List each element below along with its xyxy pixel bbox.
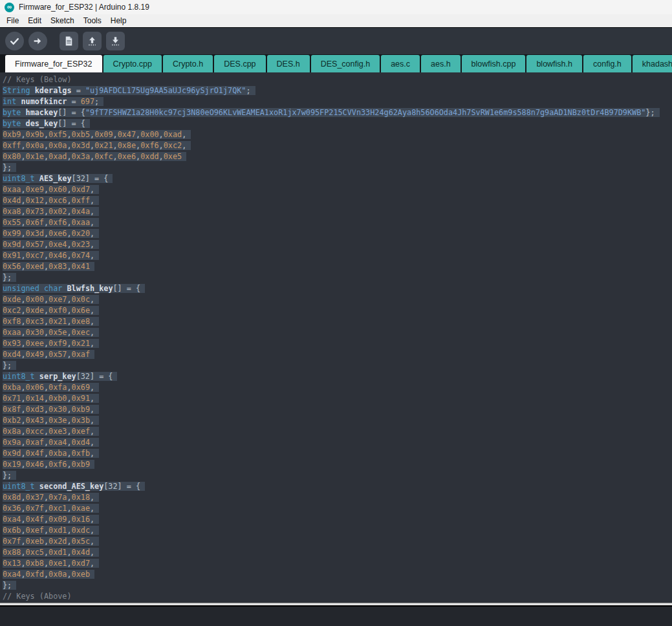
tab-khadashpaypictures-h[interactable]: khadashpaypictures.h: [633, 55, 672, 72]
new-button[interactable]: [60, 32, 78, 50]
tab-config-h[interactable]: config.h: [583, 55, 631, 72]
code-line: 0x36,0x7f,0xc1,0xae,: [3, 503, 672, 514]
code-line: };: [3, 272, 672, 283]
code-line: 0x93,0xee,0xf9,0x21,: [3, 338, 672, 349]
code-line: 0xb9,0x9b,0xf5,0xb5,0x09,0x47,0x00,0xad,: [3, 129, 672, 140]
code-line: 0x55,0x6f,0xf6,0xaa,: [3, 217, 672, 228]
save-icon: [110, 36, 121, 47]
code-line: 0x9d,0x57,0xe4,0x23,: [3, 239, 672, 250]
toolbar: [0, 27, 672, 54]
menu-item-help[interactable]: Help: [106, 15, 131, 27]
menu-item-file[interactable]: File: [2, 15, 23, 27]
verify-icon: [9, 36, 20, 47]
code-line: 0x99,0x3d,0xe6,0x20,: [3, 228, 672, 239]
tab-des-h[interactable]: DES.h: [267, 55, 310, 72]
code-line: 0x80,0x1e,0xad,0x3a,0xfc,0xe6,0xdd,0xe5: [3, 151, 672, 162]
tab-aes-h[interactable]: aes.h: [421, 55, 461, 72]
code-line: 0x4d,0x12,0xc6,0xff,: [3, 195, 672, 206]
upload-button[interactable]: [28, 32, 47, 50]
code-line: 0xde,0x00,0xe7,0x0c,: [3, 294, 672, 305]
open-icon: [87, 36, 98, 47]
code-line: 0x19,0x46,0xf6,0xb9: [3, 459, 672, 470]
code-line: 0x91,0xc7,0x46,0x74,: [3, 250, 672, 261]
code-line: 0x9a,0xaf,0xa4,0xd4,: [3, 437, 672, 448]
tabstrip: Firmware_for_ESP32Crypto.cppCrypto.hDES.…: [0, 54, 672, 72]
window-title: Firmware_for_ESP32 | Arduino 1.8.19: [19, 3, 149, 12]
menu-item-tools[interactable]: Tools: [79, 15, 106, 27]
open-button[interactable]: [83, 32, 102, 50]
code-line: };: [3, 360, 672, 371]
code-line: };: [3, 162, 672, 173]
code-line: };: [3, 470, 672, 481]
code-line: 0xf8,0xc3,0x21,0xe8,: [3, 316, 672, 327]
titlebar: ∞ Firmware_for_ESP32 | Arduino 1.8.19: [0, 0, 672, 14]
code-line: 0xa4,0x4f,0x09,0x16,: [3, 514, 672, 525]
tab-blowfish-cpp[interactable]: blowfish.cpp: [462, 55, 526, 72]
arduino-ide-window: ∞ Firmware_for_ESP32 | Arduino 1.8.19 Fi…: [0, 0, 672, 626]
code-line: 0x7f,0xeb,0x2d,0x5c,: [3, 536, 672, 547]
code-line: uint8_t serp_key[32] = {: [3, 371, 672, 382]
tab-aes-c[interactable]: aes.c: [381, 55, 420, 72]
code-line: 0xa4,0xfd,0x0a,0xeb: [3, 569, 672, 580]
code-line: 0xc2,0xde,0xf0,0x6e,: [3, 305, 672, 316]
code-line: String kderalgs = "uj9AFDCL175Ug9AA5aUJc…: [3, 85, 672, 96]
tab-des-cpp[interactable]: DES.cpp: [214, 55, 265, 72]
menu-item-edit[interactable]: Edit: [23, 15, 46, 27]
code-line: 0xa8,0x73,0x02,0x4a,: [3, 206, 672, 217]
code-line: // Keys (Above): [3, 591, 672, 602]
code-line: 0xd4,0x49,0x57,0xaf: [3, 349, 672, 360]
console-output-panel: [0, 607, 672, 626]
code-line: 0x56,0xed,0x83,0x41: [3, 261, 672, 272]
save-button[interactable]: [106, 32, 125, 50]
code-line: uint8_t AES_key[32] = {: [3, 173, 672, 184]
code-line: unsigned char Blwfsh_key[] = {: [3, 283, 672, 294]
tab-blowfish-h[interactable]: blowfish.h: [526, 55, 582, 72]
code-line: 0xff,0x0a,0x0a,0x3d,0x21,0x8e,0xf6,0xc2,: [3, 140, 672, 151]
new-icon: [63, 36, 74, 47]
code-line: };: [3, 580, 672, 591]
code-line: 0xaa,0x30,0x5e,0xec,: [3, 327, 672, 338]
tab-crypto-h[interactable]: Crypto.h: [163, 55, 213, 72]
code-line: 0x88,0xc5,0xd1,0x4d,: [3, 547, 672, 558]
code-line: uint8_t second_AES_key[32] = {: [3, 481, 672, 492]
code-line: 0xaa,0xe9,0x60,0xd7,: [3, 184, 672, 195]
tab-firmware-for-esp32[interactable]: Firmware_for_ESP32: [5, 55, 102, 72]
code-line: 0x13,0xb8,0xe1,0xd7,: [3, 558, 672, 569]
code-line: 0x6b,0xef,0xd1,0xdc,: [3, 525, 672, 536]
code-line: 0x8a,0xcc,0xe3,0xef,: [3, 426, 672, 437]
code-line: byte hmackey[] = {"9fT7FSHWZ1a28H0kc97cj…: [3, 107, 672, 118]
code-editor[interactable]: // Keys (Below)String kderalgs = "uj9AFD…: [0, 72, 672, 603]
menubar: FileEditSketchToolsHelp: [0, 14, 672, 27]
tab-des-config-h[interactable]: DES_config.h: [311, 55, 380, 72]
arduino-logo-icon: ∞: [5, 3, 14, 12]
verify-button[interactable]: [5, 32, 24, 50]
code-line: 0xb2,0x43,0x3e,0x3b,: [3, 415, 672, 426]
code-line: 0x9d,0x4f,0xba,0xfb,: [3, 448, 672, 459]
code-line: byte des_key[] = {: [3, 118, 672, 129]
code-line: 0x71,0x14,0xb0,0x91,: [3, 393, 672, 404]
menu-item-sketch[interactable]: Sketch: [46, 15, 79, 27]
code-line: 0x8d,0x37,0x7a,0x18,: [3, 492, 672, 503]
tab-crypto-cpp[interactable]: Crypto.cpp: [103, 55, 162, 72]
upload-icon: [32, 36, 43, 47]
code-line: 0x8f,0xd3,0x30,0xb9,: [3, 404, 672, 415]
code-line: int numofkincr = 697;: [3, 96, 672, 107]
code-line: // Keys (Below): [3, 74, 672, 85]
code-line: 0xba,0x06,0xfa,0x69,: [3, 382, 672, 393]
